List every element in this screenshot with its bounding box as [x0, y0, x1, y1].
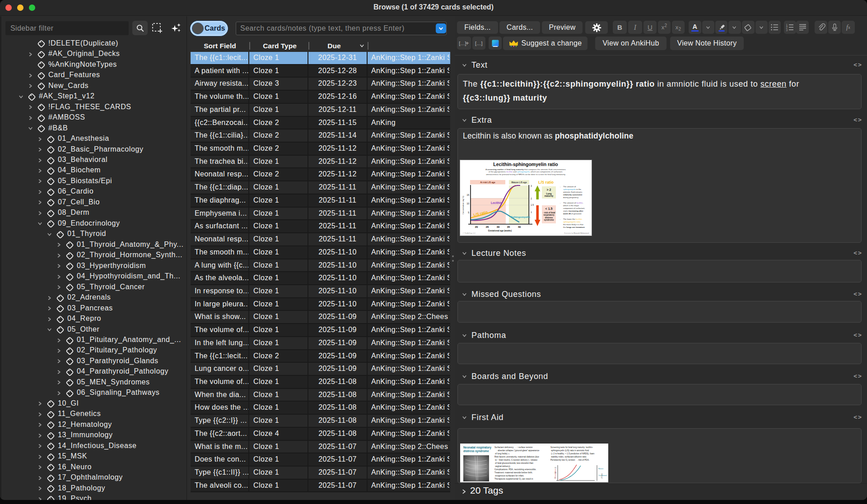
svg-text:-: -: [560, 218, 561, 220]
svg-text:5: 5: [468, 211, 469, 214]
svg-text:Screening tests for fetal lung: Screening tests for fetal lung maturity:…: [550, 446, 593, 449]
svg-text:-: -: [560, 185, 561, 188]
svg-text:sphingomyelin in the: sphingomyelin in the: [563, 188, 582, 190]
svg-text:1: 1: [531, 211, 532, 213]
svg-text:Therapeutic supplemental O₂ ca: Therapeutic supplemental O₂ can result i…: [494, 478, 533, 480]
svg-text:Surfactant deficiency → ↑ surf: Surfactant deficiency → ↑ surface tensio…: [494, 446, 533, 449]
svg-text:Neonatal respiratory: Neonatal respiratory: [463, 446, 492, 449]
svg-text:A screening marker of fetal lu: A screening marker of fetal lung maturit…: [485, 168, 566, 171]
svg-text:10: 10: [466, 202, 469, 205]
svg-text:1.5: 1.5: [531, 203, 534, 206]
svg-text:amniotic fluid remains: amniotic fluid remains: [563, 191, 583, 193]
svg-text:Lecithin-sphingomyelin ratio: Lecithin-sphingomyelin ratio: [493, 162, 558, 167]
svg-text:starts increasing after: starts increasing after: [563, 210, 583, 212]
svg-text:sphingomyelin (L/S) ratio in a: sphingomyelin (L/S) ratio in amniotic fl…: [550, 449, 589, 452]
svg-text:Gestational age (weeks): Gestational age (weeks): [488, 230, 512, 232]
svg-text:which is the major: which is the major: [563, 204, 579, 207]
svg-text:Mature: Mature: [598, 468, 603, 470]
svg-text:syndrome: syndrome: [544, 219, 554, 221]
svg-text:exogenous surfactant for infan: exogenous surfactant for infant.: [494, 475, 524, 477]
svg-text:26: 26: [486, 226, 489, 228]
svg-text:10: 10: [555, 472, 556, 474]
svg-text:the lungs are immature: the lungs are immature: [563, 226, 585, 228]
svg-text:component of surfactant,: component of surfactant,: [563, 207, 585, 209]
svg-text:Illustration by Miyazaki Moham: Illustration by Miyazaki Mohammed: [564, 232, 589, 234]
svg-text:At risk L/S age: At risk L/S age: [480, 181, 495, 184]
svg-text:Risk factors: prematurity, mat: Risk factors: prematurity, maternal diab…: [494, 456, 539, 458]
svg-text:40: 40: [518, 226, 521, 228]
svg-text:15: 15: [555, 467, 556, 469]
svg-text:3: 3: [786, 28, 788, 32]
svg-text:→ alveolar collapse (“ground-g: → alveolar collapse (“ground-glass” appe…: [494, 449, 540, 452]
svg-text:Mature L/S age: Mature L/S age: [511, 181, 527, 184]
svg-text:vaginal delivery).: vaginal delivery).: [494, 465, 511, 467]
svg-text:Sphingomyelin: Sphingomyelin: [511, 216, 530, 218]
svg-text:week 26 of gestation: week 26 of gestation: [563, 213, 582, 215]
svg-text:35: 35: [507, 226, 510, 228]
svg-text:stability index, surfactant-al: stability index, surfactant-albumin rati…: [550, 456, 587, 458]
svg-text:© TheAnKing, LLC: © TheAnKing, LLC: [463, 232, 476, 234]
svg-text:30: 30: [497, 226, 500, 228]
svg-text:of the glycoproteins lecithin: of the glycoproteins lecithin and sphing…: [489, 171, 563, 173]
svg-text:2: 2: [531, 197, 532, 200]
svg-text:Concentration (mg %): Concentration (mg %): [462, 196, 464, 214]
svg-text:L/S ratio: L/S ratio: [601, 473, 603, 479]
svg-text:Treatment: maternal steroids b: Treatment: maternal steroids before birt…: [494, 472, 532, 474]
svg-text:> 2: > 2: [547, 188, 551, 191]
svg-text:sphingomyelin ratio,: sphingomyelin ratio,: [563, 221, 581, 223]
svg-text:< 1.5: < 1.5: [545, 207, 553, 210]
svg-text:Lecithin: Lecithin: [491, 201, 502, 204]
svg-text:Complications: PDA, necrotizin: Complications: PDA, necrotizing enteroco…: [494, 468, 536, 471]
svg-text:The amount of: The amount of: [563, 185, 576, 188]
svg-text:-: -: [560, 202, 561, 204]
svg-text:Persistently low O₂ tension →: Persistently low O₂ tension → risk of PD…: [550, 459, 589, 461]
svg-text:respiratory: respiratory: [543, 214, 554, 216]
svg-text:relatively consistent: relatively consistent: [563, 194, 583, 196]
svg-text:15: 15: [466, 194, 469, 196]
svg-text:(≥ 2 is healthy; < 1.5 predict: (≥ 2 is healthy; < 1.5 predictive of NRD…: [550, 453, 595, 455]
svg-text:distress: distress: [545, 217, 553, 219]
svg-text:5: 5: [555, 477, 555, 479]
svg-text:of fetal glucocorticoids; less: of fetal glucocorticoids; less stressful…: [494, 462, 533, 464]
svg-text:the more likely it is that: the more likely it is that: [563, 223, 583, 226]
svg-text:maturity: maturity: [545, 194, 554, 197]
svg-text:3: 3: [531, 185, 532, 187]
svg-text:↑ risk of fetal: ↑ risk of fetal: [542, 212, 555, 214]
svg-text:20: 20: [475, 226, 478, 228]
svg-text:The amount of lecithin,: The amount of lecithin,: [563, 202, 583, 204]
svg-text:L/S ratio: L/S ratio: [538, 180, 554, 185]
svg-text:to ↑ fetal insulin), C-section: to ↑ fetal insulin), C-section delivery …: [494, 459, 537, 461]
svg-text:amniocentesis for prenatal tes: amniocentesis for prenatal testing of NR…: [486, 173, 566, 176]
svg-text:during pregnancy: during pregnancy: [563, 196, 579, 199]
svg-text:of lung fields) □.: of lung fields) □.: [494, 453, 510, 455]
svg-text:distress syndrome: distress syndrome: [463, 449, 489, 453]
svg-text:The lower the lecithin-: The lower the lecithin-: [563, 218, 583, 220]
